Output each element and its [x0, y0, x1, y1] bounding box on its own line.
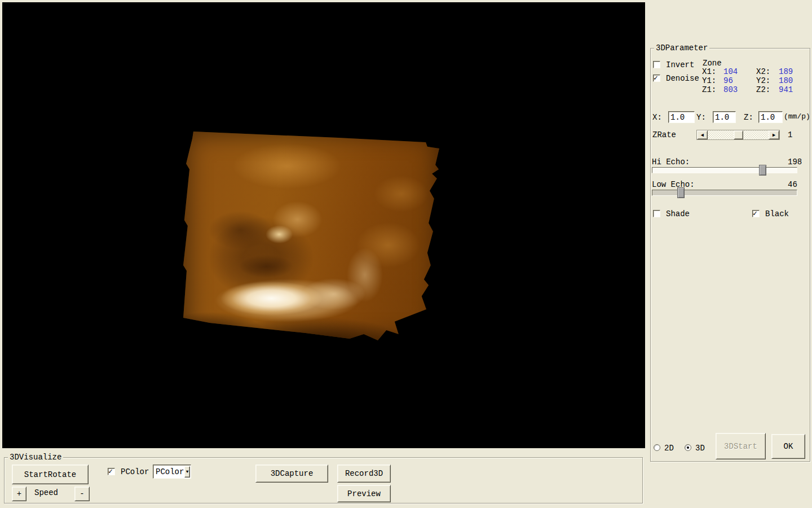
y-scale-label: Y: — [696, 113, 706, 122]
chevron-down-icon[interactable]: ▼ — [184, 466, 190, 478]
zone-x2-label: X2: — [756, 67, 770, 76]
parameter-groupbox: 3DParameter ✓ Invert ✓ Denoise Zone X1: … — [650, 48, 810, 462]
x-scale-input[interactable] — [668, 111, 695, 123]
y-scale-input[interactable] — [713, 111, 736, 123]
zrate-scrollbar[interactable]: ◄ ► — [696, 130, 780, 140]
zone-y2-value: 180 — [779, 76, 793, 85]
scale-unit-label: (mm/p) — [784, 112, 810, 121]
speed-plus-button[interactable]: + — [12, 487, 27, 501]
pcolor-checkbox[interactable]: ✓ — [108, 468, 115, 475]
hi-echo-slider[interactable] — [652, 167, 797, 173]
record3d-button[interactable]: Record3D — [337, 465, 391, 483]
zone-y1-label: Y1: — [702, 76, 716, 85]
zone-z2-value: 941 — [779, 85, 793, 94]
3dstart-button[interactable]: 3DStart — [716, 433, 766, 459]
zone-x1-value: 104 — [723, 67, 738, 76]
zone-title: Zone — [703, 59, 722, 68]
z-scale-label: Z: — [744, 113, 753, 122]
render-viewport[interactable] — [2, 2, 645, 448]
app-window: 3DParameter ✓ Invert ✓ Denoise Zone X1: … — [0, 0, 812, 508]
3dcapture-button[interactable]: 3DCapture — [255, 465, 328, 483]
zone-x1-label: X1: — [702, 67, 716, 76]
z-scale-input[interactable] — [758, 111, 783, 123]
start-rotate-button[interactable]: StartRotate — [12, 465, 89, 484]
low-echo-value: 46 — [788, 180, 797, 189]
scroll-left-arrow-icon[interactable]: ◄ — [697, 130, 708, 139]
scroll-right-arrow-icon[interactable]: ► — [769, 130, 779, 139]
zone-z2-label: Z2: — [756, 85, 770, 94]
zone-z1-value: 803 — [723, 85, 738, 94]
mode-2d-radio[interactable] — [654, 444, 660, 451]
visualize-group-title: 3DVisualize — [8, 453, 63, 462]
denoise-label[interactable]: Denoise — [666, 74, 699, 83]
check-icon: ✓ — [753, 209, 757, 218]
parameter-group-title: 3DParameter — [654, 43, 709, 52]
speed-minus-button[interactable]: - — [74, 487, 90, 501]
radio-dot-icon — [687, 446, 689, 449]
hi-echo-label: Hi Echo: — [652, 157, 690, 167]
pcolor-label[interactable]: PColor — [121, 467, 149, 476]
check-icon: ✓ — [108, 467, 113, 476]
zrate-scroll-track[interactable] — [708, 130, 769, 139]
check-icon: ✓ — [654, 73, 658, 82]
ultrasound-volume-render — [183, 130, 443, 343]
hi-echo-slider-thumb[interactable] — [759, 165, 766, 176]
ok-button[interactable]: OK — [771, 434, 805, 459]
zone-x2-value: 189 — [779, 67, 793, 76]
invert-checkbox[interactable]: ✓ — [653, 61, 660, 68]
zone-y2-label: Y2: — [756, 76, 770, 85]
zone-y1-value: 96 — [723, 76, 733, 85]
low-echo-slider-thumb[interactable] — [677, 187, 685, 198]
x-scale-label: X: — [652, 113, 662, 122]
mode-3d-label[interactable]: 3D — [695, 444, 705, 453]
hi-echo-value: 198 — [788, 157, 802, 167]
zone-z1-label: Z1: — [702, 85, 716, 94]
low-echo-label: Low Echo: — [652, 180, 695, 189]
mode-2d-label[interactable]: 2D — [664, 444, 674, 453]
low-echo-slider[interactable] — [652, 190, 797, 196]
zrate-label: ZRate — [652, 130, 676, 139]
pcolor-dropdown-value: PColor — [153, 467, 184, 476]
black-checkbox[interactable]: ✓ — [752, 210, 760, 217]
visualize-groupbox: 3DVisualize StartRotate ✓ PColor PColor … — [4, 457, 643, 503]
invert-label[interactable]: Invert — [666, 60, 694, 69]
preview-button[interactable]: Preview — [337, 485, 391, 502]
speed-label: Speed — [34, 488, 58, 497]
zrate-scroll-thumb[interactable] — [734, 130, 743, 139]
black-label[interactable]: Black — [765, 209, 789, 218]
shade-checkbox[interactable]: ✓ — [653, 210, 660, 217]
pcolor-dropdown[interactable]: PColor ▼ — [153, 465, 191, 479]
denoise-checkbox[interactable]: ✓ — [653, 75, 660, 82]
zrate-value: 1 — [788, 130, 792, 139]
shade-label[interactable]: Shade — [666, 209, 690, 218]
mode-3d-radio[interactable] — [685, 444, 691, 451]
